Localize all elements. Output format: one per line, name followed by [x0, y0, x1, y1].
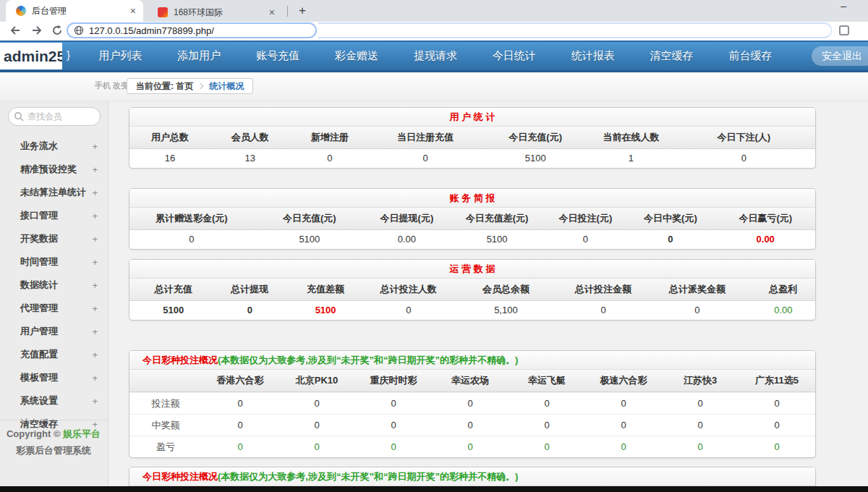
- stat-value: 5100: [254, 230, 366, 249]
- expand-plus-icon[interactable]: +: [92, 373, 98, 383]
- breadcrumb-location-label: 当前位置: 首页: [136, 80, 193, 93]
- stat-value: 0.00: [365, 230, 448, 249]
- column-header: 总计提现: [217, 279, 282, 300]
- user-stats-values: 161300510010: [129, 149, 815, 168]
- sidebar-menu-item[interactable]: 系统设置 +: [0, 389, 108, 412]
- nav-menu-item[interactable]: 清空缓存: [650, 49, 694, 63]
- tab-close-icon[interactable]: ×: [268, 7, 276, 18]
- expand-plus-icon[interactable]: +: [92, 303, 98, 314]
- stat-value: 0: [739, 436, 815, 457]
- stat-value: 5100: [448, 230, 546, 249]
- clipped-ghost-text: 手机 改变: [95, 80, 129, 91]
- sidebar-menu-item[interactable]: 开奖数据 +: [0, 227, 108, 250]
- reload-icon[interactable]: [51, 24, 65, 38]
- nav-menu-item[interactable]: 账号充值: [256, 49, 299, 63]
- nav-menu: 用户列表添加用户账号充值彩金赠送提现请求今日统计统计报表清空缓存前台缓存: [81, 42, 790, 70]
- win-amount-values: 00000000: [202, 415, 815, 436]
- expand-plus-icon[interactable]: +: [92, 326, 98, 337]
- sidebar-menu-item[interactable]: 数据统计 +: [0, 273, 108, 297]
- expand-plus-icon[interactable]: +: [92, 257, 98, 268]
- nav-menu-item[interactable]: 添加用户: [177, 49, 221, 63]
- column-header: 今日充值(元): [481, 127, 590, 148]
- today-bets-title-2: 今日彩种投注概况(本数据仅为大致参考,涉及到“未开奖”和“跨日期开奖”的彩种并不…: [129, 467, 815, 486]
- sidebar-item-label: 开奖数据: [20, 232, 92, 245]
- sidebar-item-label: 代理管理: [20, 302, 92, 315]
- stat-value: 0: [662, 436, 739, 457]
- stat-value: 0: [202, 436, 278, 457]
- lottery-column-header: 广东11选5: [739, 370, 815, 391]
- stat-value: 0: [355, 393, 432, 414]
- user-stats-table: 用 户 统 计 用户总数会员人数新增注册当日注册充值今日充值(元)当前在线人数今…: [129, 107, 816, 169]
- member-search: [8, 107, 100, 126]
- stat-value: 0.00: [715, 230, 814, 249]
- nav-menu-item[interactable]: 提现请求: [414, 49, 457, 63]
- row-label: 盈亏: [129, 436, 202, 457]
- expand-plus-icon[interactable]: +: [92, 187, 98, 198]
- sidebar-menu-item[interactable]: 充值配置 +: [0, 343, 108, 366]
- nav-menu-item[interactable]: 用户列表: [98, 49, 142, 63]
- sidebar-item-label: 充值配置: [20, 348, 92, 361]
- nav-menu-item[interactable]: 今日统计: [493, 49, 536, 63]
- stat-value: 0: [278, 393, 355, 414]
- workspace: 手机 改变 当前位置: 首页 统计概况 业务流水 + 精准预设控奖 + 未: [0, 72, 868, 486]
- nav-menu-item[interactable]: 统计报表: [571, 49, 615, 63]
- stat-value: 0: [585, 415, 662, 436]
- sidebar-menu-item[interactable]: 用户管理 +: [0, 320, 108, 343]
- browser-tab-strip: 后台管理 × 168环球国际 × + –: [0, 0, 868, 22]
- stat-value: 0: [643, 301, 752, 320]
- sidebar-menu-item[interactable]: 未结算注单统计 +: [0, 181, 108, 204]
- stat-value: 0: [625, 230, 715, 249]
- operation-data-title: 运 营 数 据: [129, 260, 815, 279]
- expand-plus-icon[interactable]: +: [92, 141, 98, 152]
- row-label: 投注额: [129, 393, 202, 414]
- new-tab-button[interactable]: +: [294, 2, 311, 20]
- expand-plus-icon[interactable]: +: [92, 349, 98, 360]
- sidebar-item-label: 模板管理: [20, 371, 92, 384]
- browser-tab-site[interactable]: 168环球国际 ×: [148, 3, 282, 22]
- expand-plus-icon[interactable]: +: [92, 211, 98, 221]
- stat-value: 0: [739, 393, 815, 414]
- stat-value: 0: [202, 393, 278, 414]
- lottery-column-header: 重庆时时彩: [355, 370, 432, 391]
- nav-menu-item[interactable]: 前台缓存: [728, 49, 772, 63]
- sidebar-menu-item[interactable]: 模板管理 +: [0, 366, 108, 389]
- logout-button[interactable]: 安全退出: [812, 46, 868, 66]
- search-icon: [14, 111, 24, 122]
- window-minimize-button[interactable]: –: [841, 0, 846, 12]
- stat-value: 0: [509, 436, 585, 457]
- stat-value: 1: [590, 149, 673, 168]
- tab-close-icon[interactable]: ×: [129, 5, 137, 17]
- forward-icon[interactable]: [30, 24, 45, 38]
- sidebar-menu-item[interactable]: 时间管理 +: [0, 250, 108, 273]
- sidebar-menu-item[interactable]: 精准预设控奖 +: [0, 158, 108, 181]
- nav-menu-item[interactable]: 彩金赠送: [335, 49, 378, 63]
- sidebar-menu-item[interactable]: 代理管理 +: [0, 297, 108, 320]
- expand-plus-icon[interactable]: +: [92, 396, 98, 407]
- breadcrumb-current-link[interactable]: 统计概况: [209, 80, 244, 93]
- url-bar[interactable]: 127.0.0.15/admin778899.php/: [67, 22, 317, 38]
- stat-value: 0: [509, 415, 585, 436]
- expand-plus-icon[interactable]: +: [92, 280, 98, 291]
- stat-value: 0: [662, 393, 739, 414]
- sidebar-item-label: 接口管理: [20, 209, 92, 222]
- chevron-right-icon: [197, 83, 203, 89]
- extension-icon[interactable]: [839, 25, 849, 35]
- stat-value: 5100: [129, 301, 217, 320]
- stat-value: 0: [662, 415, 739, 436]
- column-header: 会员总余额: [448, 279, 563, 300]
- sidebar: 业务流水 + 精准预设控奖 + 未结算注单统计 + 接口管理 + 开奖数据 + …: [0, 101, 109, 486]
- today-bets-title-red: 今日彩种投注概况: [142, 355, 218, 365]
- account-brief-headers: 累计赠送彩金(元)今日充值(元)今日提现(元)今日充值差(元)今日投注(元)今日…: [129, 208, 815, 230]
- column-header: 今日下注(人): [673, 127, 815, 148]
- expand-plus-icon[interactable]: +: [92, 234, 98, 245]
- stat-value: 0: [355, 436, 432, 457]
- browser-tab-admin[interactable]: 后台管理 ×: [6, 0, 143, 22]
- stat-value: 0: [509, 393, 585, 414]
- sidebar-menu-item[interactable]: 业务流水 +: [0, 135, 108, 158]
- stat-value: 0: [278, 415, 355, 436]
- sidebar-menu-item[interactable]: 接口管理 +: [0, 204, 108, 227]
- back-icon[interactable]: [9, 24, 23, 38]
- copyright-system-name: 彩票后台管理系统: [0, 444, 107, 457]
- account-brief-title: 账 务 简 报: [129, 189, 815, 208]
- expand-plus-icon[interactable]: +: [92, 164, 98, 175]
